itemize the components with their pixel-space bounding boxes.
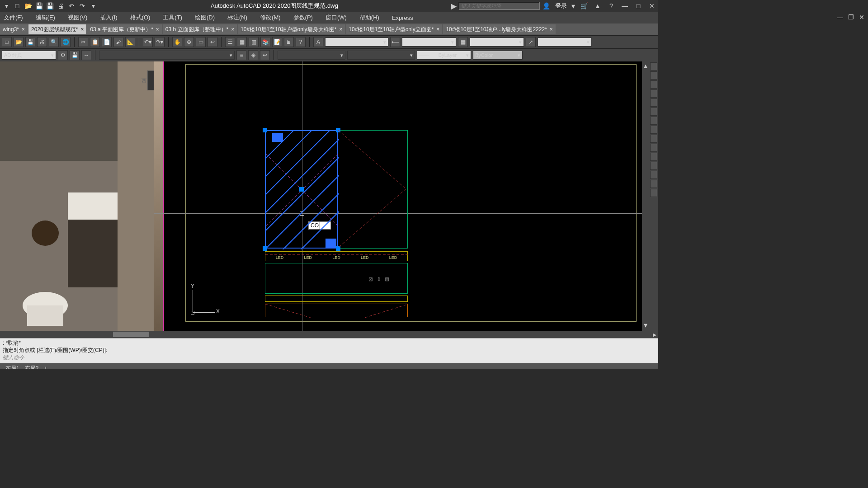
plot-button[interactable]: 🖨 <box>37 37 47 47</box>
plot-preview[interactable]: 🔍 <box>49 37 59 47</box>
markup-button[interactable]: 📝 <box>272 37 282 47</box>
zoomprev[interactable]: ↩ <box>208 37 217 47</box>
match-button[interactable]: 🖌 <box>113 37 123 47</box>
tab-close[interactable]: × <box>22 26 25 33</box>
rtool-15[interactable] <box>650 189 657 197</box>
rtool-8[interactable] <box>650 126 657 134</box>
menu-draw[interactable]: 绘图(D) <box>195 14 215 22</box>
print-icon[interactable]: 🖨 <box>56 1 65 10</box>
tab-close[interactable]: × <box>80 26 84 33</box>
block-marker[interactable] <box>326 239 336 248</box>
layerprops-button[interactable]: ≡ <box>236 50 246 60</box>
textstyle-button[interactable]: A <box>313 37 323 47</box>
signin-icon[interactable]: 👤 <box>542 1 551 10</box>
grip[interactable] <box>263 128 267 132</box>
qat-more[interactable]: ▾ <box>89 1 98 10</box>
undo-button[interactable]: ↶▾ <box>143 37 153 47</box>
toolpalette[interactable]: ▥ <box>249 37 259 47</box>
minimize-button[interactable]: — <box>620 2 629 9</box>
new-button[interactable]: □ <box>2 37 12 47</box>
login-button[interactable]: 登录 <box>555 2 567 10</box>
layout-add[interactable]: + <box>44 365 47 369</box>
menu-format[interactable]: 格式(O) <box>130 14 151 22</box>
redo-icon[interactable]: ↷ <box>78 1 87 10</box>
close-button[interactable]: ✕ <box>647 2 656 9</box>
redo-button[interactable]: ↷▾ <box>155 37 165 47</box>
ws-settings-icon[interactable]: ⚙ <box>58 50 68 60</box>
rtool-6[interactable] <box>650 108 657 116</box>
layerstate-select[interactable]: ▾ <box>278 51 345 60</box>
open-button[interactable]: 📂 <box>14 37 24 47</box>
tab-close[interactable]: × <box>550 26 553 33</box>
tab-close[interactable]: × <box>436 26 439 33</box>
dimstyle-button[interactable]: ⟵ <box>390 37 400 47</box>
layerprev-button[interactable]: ↩ <box>260 50 270 60</box>
menu-insert[interactable]: 插入(I) <box>100 14 117 22</box>
maximize-button[interactable]: □ <box>634 2 643 9</box>
app-switch-icon[interactable]: ▲ <box>593 1 602 10</box>
rtool-12[interactable] <box>650 162 657 170</box>
save-button[interactable]: 💾 <box>25 37 35 47</box>
quickcalc[interactable]: 🖩 <box>284 37 294 47</box>
menu-express[interactable]: Express <box>392 14 413 21</box>
login-drop[interactable]: ▾ <box>571 2 575 10</box>
mleader-select[interactable]: ▾ <box>538 38 592 47</box>
play-icon[interactable]: ▶ <box>451 2 457 10</box>
ws-switch-icon[interactable]: ↔ <box>81 50 91 60</box>
color-select[interactable]: ▾ <box>347 51 415 60</box>
tab-close[interactable]: × <box>339 26 342 33</box>
tab-close[interactable]: × <box>156 26 159 33</box>
menu-help[interactable]: 帮助(H) <box>359 14 379 22</box>
zoomwin[interactable]: ▭ <box>196 37 206 47</box>
cut-button[interactable]: ✂ <box>78 37 88 47</box>
pan-button[interactable]: ✋ <box>172 37 182 47</box>
command-window[interactable]: : *取消* 指定对角点或 [栏选(F)/圈围(WP)/圈交(CP)]: 键入命… <box>0 338 658 363</box>
sheetset-button[interactable]: 📚 <box>260 37 270 47</box>
new-icon[interactable]: □ <box>13 1 22 10</box>
properties-button[interactable]: ☰ <box>225 37 235 47</box>
tablestyle-button[interactable]: ▦ <box>458 37 468 47</box>
viewcube[interactable]: 北 南 西 东 <box>147 70 154 90</box>
rtool-1[interactable] <box>650 62 657 70</box>
rtool-13[interactable] <box>650 171 657 179</box>
layout-tab-1[interactable]: 布局1 <box>5 365 19 369</box>
grip[interactable] <box>263 246 267 251</box>
blockeditor[interactable]: 📐 <box>125 37 135 47</box>
save-icon[interactable]: 💾 <box>34 1 43 10</box>
saveas-icon[interactable]: 💾 <box>45 1 54 10</box>
tab-2[interactable]: 03 a 平面图库（更新中）*× <box>87 24 161 34</box>
cmd-prompt[interactable]: 键入命令 <box>3 354 656 361</box>
menu-edit[interactable]: 编辑(E) <box>36 14 55 22</box>
layer-select[interactable]: ▾ <box>99 51 235 60</box>
layeriso-button[interactable]: ◈ <box>248 50 258 60</box>
rtool-9[interactable] <box>650 135 657 143</box>
tab-0[interactable]: wing3*× <box>0 24 28 34</box>
block-marker[interactable] <box>272 133 283 142</box>
tab-close[interactable]: × <box>231 26 234 33</box>
cart-icon[interactable]: 🛒 <box>580 1 589 10</box>
menu-param[interactable]: 参数(P) <box>293 14 313 22</box>
tab-4[interactable]: 10#楼10层1至10轴户型only墙身大样图*× <box>238 24 345 34</box>
open-icon[interactable]: 📂 <box>24 1 33 10</box>
rtool-10[interactable] <box>650 144 657 152</box>
textstyle-select[interactable]: ▾ <box>325 38 388 47</box>
layout-tab-2[interactable]: 布局2 <box>25 365 39 369</box>
menu-file[interactable]: 文件(F) <box>4 14 23 22</box>
rtool-11[interactable] <box>650 153 657 161</box>
publish-button[interactable]: 🌐 <box>61 37 71 47</box>
search-input[interactable] <box>458 2 540 10</box>
grip-center[interactable] <box>299 187 304 192</box>
tab-1[interactable]: 2020图层线型规范*× <box>28 24 86 34</box>
ws-save-icon[interactable]: 💾 <box>70 50 80 60</box>
tab-5[interactable]: 10#楼10层1至10轴户型only立面图*× <box>346 24 442 34</box>
rtool-3[interactable] <box>650 80 657 89</box>
tab-6[interactable]: 10#楼10层1至10轴户...ly墙身大样图2222*× <box>443 24 555 34</box>
app-menu[interactable]: ▾ <box>2 1 11 10</box>
linetype-select[interactable]: —— ByLayer ▾ <box>417 51 471 60</box>
undo-icon[interactable]: ↶ <box>67 1 76 10</box>
mleader-button[interactable]: ↗ <box>526 37 536 47</box>
plotcolor-select[interactable]: ByColor▾ <box>473 51 523 60</box>
dimstyle-select[interactable]: ▾ <box>402 38 456 47</box>
menu-modify[interactable]: 修改(M) <box>260 14 281 22</box>
workspace-select[interactable]: AD 经典▾ <box>2 51 56 60</box>
